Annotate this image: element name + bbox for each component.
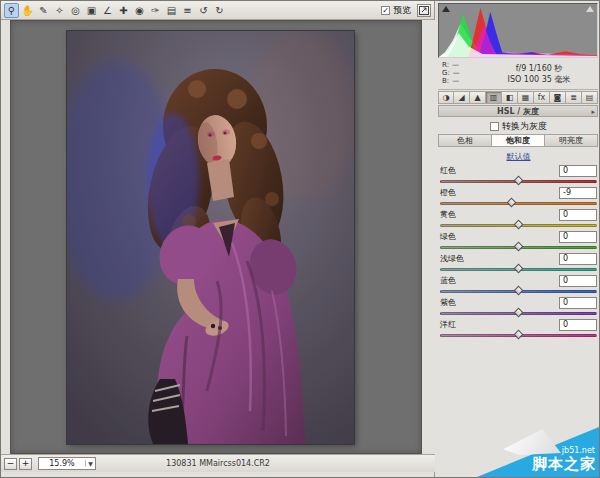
slider-value-blue[interactable]: 0 (559, 275, 597, 287)
targeted-adjustment-tool-icon[interactable]: ◎ (68, 3, 83, 18)
tab-lens-corrections-icon[interactable]: ▦ (518, 91, 534, 104)
highlight-clipping-icon[interactable] (586, 6, 594, 12)
tab-basic-icon[interactable]: ◑ (438, 91, 454, 104)
preview-checkbox[interactable]: ✓ (381, 6, 390, 15)
tab-camera-calibration-icon[interactable]: ◙ (550, 91, 566, 104)
fullscreen-toggle-icon[interactable] (417, 4, 431, 17)
slider-thumb-magenta[interactable] (513, 330, 523, 340)
slider-value-magenta[interactable]: 0 (559, 319, 597, 331)
grayscale-label: 转换为灰度 (502, 120, 547, 133)
tab-presets-icon[interactable]: ≣ (566, 91, 582, 104)
zoom-level-select[interactable]: 15.9% ▼ (38, 457, 96, 470)
defaults-link[interactable]: 默认值 (436, 151, 600, 162)
slider-value-orange[interactable]: -9 (559, 187, 597, 199)
slider-value-green[interactable]: 0 (559, 231, 597, 243)
toolbar: ⚲✋✎✧◎▣∠✚◉✑▤≡↺↻ ✓ 预览 (1, 1, 434, 20)
slider-track-purple[interactable] (440, 312, 597, 315)
slider-label-yellow: 黄色 (440, 209, 559, 220)
graduated-filter-tool-icon[interactable]: ▤ (164, 3, 179, 18)
slider-value-red[interactable]: 0 (559, 165, 597, 177)
slider-magenta: 洋红0 (440, 318, 597, 340)
slider-track-magenta[interactable] (440, 334, 597, 337)
slider-label-orange: 橙色 (440, 187, 559, 198)
subtab-明亮度[interactable]: 明亮度 (545, 134, 598, 147)
spot-removal-tool-icon[interactable]: ✚ (116, 3, 131, 18)
crop-tool-icon[interactable]: ▣ (84, 3, 99, 18)
slider-blue: 蓝色0 (440, 274, 597, 296)
convert-grayscale-row: 转换为灰度 (436, 120, 600, 133)
preferences-button-icon[interactable]: ≡ (180, 3, 195, 18)
panel-flyout-icon[interactable]: ▸ (591, 107, 595, 118)
slider-label-magenta: 洋红 (440, 319, 559, 330)
slider-thumb-purple[interactable] (513, 308, 523, 318)
zoom-level-value: 15.9% (39, 459, 85, 468)
zoom-in-button[interactable]: + (19, 458, 32, 470)
slider-value-purple[interactable]: 0 (559, 297, 597, 309)
slider-track-green[interactable] (440, 246, 597, 249)
slider-thumb-orange[interactable] (506, 198, 516, 208)
slider-value-aqua[interactable]: 0 (559, 253, 597, 265)
subtab-饱和度[interactable]: 饱和度 (492, 134, 545, 147)
canvas-background[interactable] (10, 20, 422, 454)
slider-track-blue[interactable] (440, 290, 597, 293)
rgb-values: R:—G:—B:— (438, 59, 480, 89)
slider-orange: 橙色-9 (440, 186, 597, 208)
straighten-tool-icon[interactable]: ∠ (100, 3, 115, 18)
slider-yellow: 黄色0 (440, 208, 597, 230)
tab-effects-icon[interactable]: fx (534, 91, 550, 104)
slider-track-red[interactable] (440, 180, 597, 183)
slider-track-aqua[interactable] (440, 268, 597, 271)
slider-label-red: 红色 (440, 165, 559, 176)
exposure-info: f/9 1/160 秒 (480, 63, 598, 74)
tab-tone-curve-icon[interactable]: ◢ (454, 91, 470, 104)
rotate-right-button-icon[interactable]: ↻ (212, 3, 227, 18)
photo-preview[interactable] (67, 31, 354, 444)
exif-readout: R:—G:—B:— f/9 1/160 秒 ISO 100 35 毫米 (438, 59, 598, 90)
slider-track-yellow[interactable] (440, 224, 597, 227)
tab-snapshots-icon[interactable]: ▤ (582, 91, 598, 104)
preview-toggle[interactable]: ✓ 预览 (381, 4, 411, 17)
slider-value-yellow[interactable]: 0 (559, 209, 597, 221)
chevron-down-icon[interactable]: ▼ (85, 460, 95, 467)
adjustment-brush-tool-icon[interactable]: ✑ (148, 3, 163, 18)
preview-label: 预览 (393, 4, 411, 17)
image-workspace: ⚲✋✎✧◎▣∠✚◉✑▤≡↺↻ ✓ 预览 (1, 1, 435, 478)
zoom-tool-icon[interactable]: ⚲ (4, 3, 19, 18)
shadow-clipping-icon[interactable] (442, 6, 450, 12)
slider-track-orange[interactable] (440, 202, 597, 205)
slider-thumb-green[interactable] (513, 242, 523, 252)
rotate-left-button-icon[interactable]: ↺ (196, 3, 211, 18)
red-eye-tool-icon[interactable]: ◉ (132, 3, 147, 18)
histogram[interactable] (438, 3, 598, 58)
grayscale-checkbox[interactable] (490, 122, 499, 131)
slider-thumb-red[interactable] (513, 176, 523, 186)
tab-hsl-grayscale-icon[interactable]: ▥ (486, 91, 502, 104)
slider-label-green: 绿色 (440, 231, 559, 242)
zoom-out-button[interactable]: − (4, 458, 17, 470)
slider-purple: 紫色0 (440, 296, 597, 318)
model-photo (67, 31, 354, 444)
slider-red: 红色0 (440, 164, 597, 186)
slider-label-blue: 蓝色 (440, 275, 559, 286)
slider-label-purple: 紫色 (440, 297, 559, 308)
statusbar: − + 15.9% ▼ 130831 MMaircss014.CR2 (1, 454, 435, 472)
rgb-readout-row: B:— (442, 77, 480, 85)
color-sampler-tool-icon[interactable]: ✧ (52, 3, 67, 18)
slider-thumb-blue[interactable] (513, 286, 523, 296)
slider-aqua: 浅绿色0 (440, 252, 597, 274)
slider-green: 绿色0 (440, 230, 597, 252)
hand-tool-icon[interactable]: ✋ (20, 3, 35, 18)
slider-thumb-yellow[interactable] (513, 220, 523, 230)
tab-split-toning-icon[interactable]: ◧ (502, 91, 518, 104)
slider-thumb-aqua[interactable] (513, 264, 523, 274)
iso-info: ISO 100 35 毫米 (480, 74, 598, 85)
hsl-sliders: 红色0橙色-9黄色0绿色0浅绿色0蓝色0紫色0洋红0 (440, 164, 597, 340)
tab-detail-icon[interactable]: ▲ (470, 91, 486, 104)
subtab-色相[interactable]: 色相 (438, 134, 492, 147)
image-canvas[interactable] (1, 20, 435, 454)
convert-grayscale-toggle[interactable]: 转换为灰度 (490, 120, 547, 133)
hsl-subtabs: 色相饱和度明亮度 (438, 134, 598, 147)
panel-header: HSL / 灰度 ▸ (438, 105, 598, 117)
camera-raw-window: ⚲✋✎✧◎▣∠✚◉✑▤≡↺↻ ✓ 预览 (0, 0, 600, 478)
white-balance-tool-icon[interactable]: ✎ (36, 3, 51, 18)
